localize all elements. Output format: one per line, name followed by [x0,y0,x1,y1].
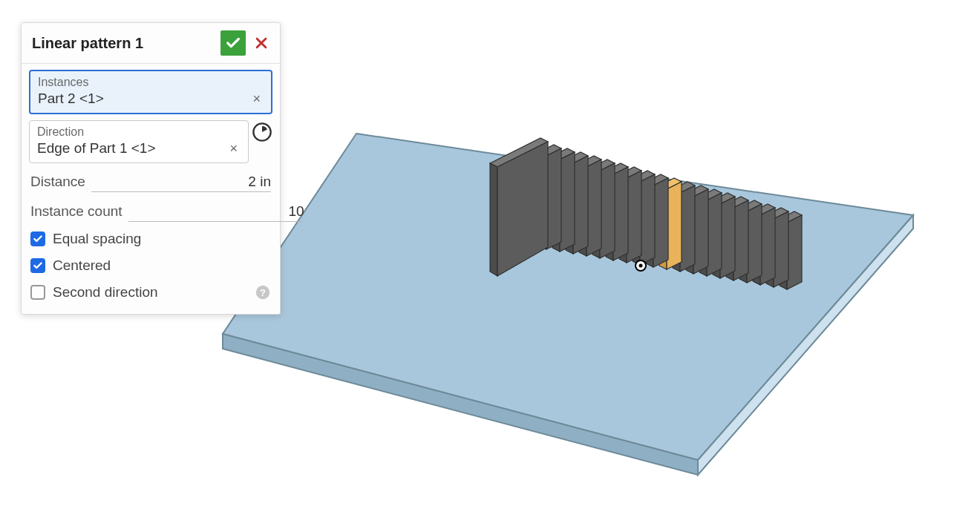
svg-marker-49 [579,163,587,256]
svg-marker-34 [646,182,653,267]
svg-marker-43 [606,171,613,260]
svg-marker-27 [673,182,695,193]
svg-marker-38 [640,174,655,265]
svg-marker-7 [766,215,774,287]
instances-value: Part 2 <1> [38,91,104,107]
svg-marker-31 [659,185,667,269]
second-direction-label: Second direction [53,284,158,301]
svg-marker-32 [667,182,682,269]
seed-instance-highlight[interactable] [659,178,682,269]
instance-count-label: Instance count [30,203,122,220]
svg-marker-57 [539,145,561,156]
svg-marker-52 [566,160,573,254]
panel-header: Linear pattern 1 [22,23,280,64]
centered-checkbox[interactable] [30,258,45,273]
svg-marker-22 [699,197,707,276]
svg-marker-25 [686,193,693,274]
svg-marker-3 [780,211,802,223]
svg-marker-14 [747,204,762,283]
equal-spacing-label: Equal spacing [53,231,141,247]
svg-marker-9 [753,204,775,215]
svg-marker-18 [713,193,735,204]
svg-marker-60 [490,138,548,167]
svg-marker-46 [592,167,600,258]
svg-marker-10 [753,211,760,285]
svg-marker-23 [707,193,722,276]
svg-marker-50 [587,160,601,256]
direction-value: Edge of Part 1 <1> [37,140,156,157]
svg-marker-56 [560,152,575,252]
equal-spacing-checkbox[interactable] [30,231,45,246]
svg-marker-17 [734,200,748,280]
distance-label: Distance [30,174,85,190]
instances-label: Instances [38,76,264,89]
mate-connector-icon[interactable] [252,122,272,142]
svg-marker-29 [680,185,695,272]
svg-marker-5 [787,215,802,289]
svg-marker-41 [627,171,641,263]
svg-marker-39 [619,167,641,178]
svg-marker-19 [713,200,720,278]
svg-marker-16 [726,204,734,280]
close-icon [254,36,269,50]
svg-marker-45 [592,160,615,171]
svg-marker-21 [699,189,722,200]
svg-marker-0 [223,134,913,460]
svg-marker-53 [573,156,588,254]
direction-label: Direction [37,125,241,139]
svg-marker-42 [606,163,628,174]
svg-marker-2 [698,215,913,475]
direction-origin-marker[interactable] [636,260,646,271]
confirm-button[interactable] [220,30,246,56]
svg-marker-33 [646,174,668,185]
svg-marker-48 [579,156,601,167]
instance-count-input[interactable] [128,203,304,222]
svg-point-63 [639,264,643,268]
svg-marker-44 [613,167,628,260]
direction-field[interactable]: Direction Edge of Part 1 <1> × [29,120,249,163]
svg-marker-37 [633,178,640,265]
svg-marker-59 [546,148,561,249]
svg-marker-54 [552,148,575,160]
svg-marker-12 [739,200,762,211]
svg-marker-61 [490,163,497,276]
svg-marker-28 [673,189,680,272]
svg-marker-1 [223,334,698,475]
checkmark-icon [33,260,43,271]
check-icon [225,35,241,51]
svg-marker-20 [720,197,735,278]
svg-marker-24 [686,185,708,197]
distance-input[interactable] [91,174,271,192]
svg-marker-6 [766,208,788,219]
svg-marker-47 [600,163,615,258]
linear-pattern-panel: Linear pattern 1 Instances Part 2 <1> × … [21,22,281,315]
panel-title: Linear pattern 1 [32,35,220,52]
instances-clear-button[interactable]: × [249,91,264,107]
svg-marker-62 [497,142,548,276]
svg-marker-40 [619,174,627,263]
svg-marker-58 [539,152,546,249]
svg-marker-8 [774,211,788,287]
second-direction-checkbox[interactable] [30,285,45,300]
help-icon[interactable]: ? [255,284,271,301]
svg-marker-26 [693,189,708,274]
cancel-button[interactable] [249,30,274,56]
svg-marker-30 [659,178,682,189]
checkmark-icon [33,234,43,244]
svg-marker-36 [633,171,655,182]
pattern-instances [490,138,802,289]
svg-marker-55 [552,156,560,252]
direction-clear-button[interactable]: × [226,141,241,157]
svg-marker-13 [739,208,747,283]
svg-marker-51 [566,152,588,163]
svg-marker-11 [760,208,775,285]
svg-text:?: ? [260,287,266,298]
instances-field[interactable]: Instances Part 2 <1> × [29,70,272,114]
centered-label: Centered [53,257,111,274]
svg-marker-35 [653,178,668,267]
svg-marker-15 [726,197,748,208]
svg-marker-4 [780,219,787,289]
